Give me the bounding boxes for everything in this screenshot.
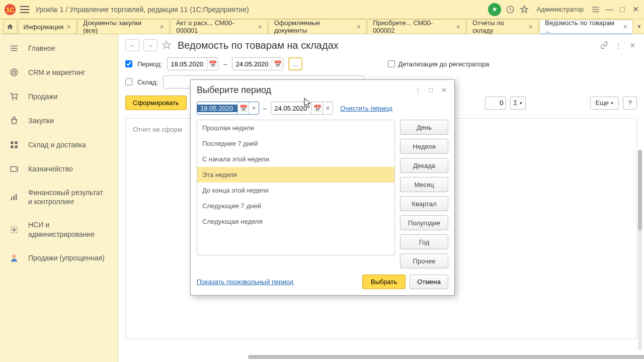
period-item[interactable]: С начала этой недели [197,151,394,167]
sigma-button[interactable]: Σ ▾ [510,97,526,110]
form-button[interactable]: Сформировать [125,96,187,110]
vertical-scrollbar[interactable] [638,150,642,350]
period-label: Период: [137,60,162,68]
modal-maximize-icon[interactable]: □ [426,86,435,95]
period-item[interactable]: До конца этой недели [197,183,394,198]
horizontal-scrollbar[interactable] [248,355,632,359]
period-picker-button[interactable]: ... [288,57,302,70]
sklad-label: Склад: [137,78,158,86]
modal-title: Выберите период [197,85,409,96]
period-to-input[interactable]: 📅 [232,57,283,70]
period-item[interactable]: Последние 7 дней [197,136,394,151]
sidebar-item[interactable]: НСИ и администрирование [0,213,118,245]
period-item[interactable]: Прошлая неделя [197,120,394,136]
sklad-checkbox[interactable] [125,78,132,85]
clear-icon[interactable]: ✕ [323,102,333,114]
select-button[interactable]: Выбрать [362,275,406,289]
tab[interactable]: Оформляемые документы✕ [269,19,366,34]
calendar-icon[interactable]: 📅 [272,58,283,70]
tab[interactable]: Приобрете... СМ00-000002✕ [367,19,466,34]
sidebar-item[interactable]: Склад и доставка [0,133,118,157]
tab-close-icon[interactable]: ✕ [356,24,361,30]
minimize-button[interactable]: — [605,5,614,14]
dash: – [263,105,267,112]
sidebar-item[interactable]: CRM и маркетинг [0,60,118,84]
tab-close-icon[interactable]: ✕ [528,24,533,30]
tab[interactable]: Информация✕ [18,19,77,34]
nav-forward-button[interactable]: → [143,39,157,51]
history-icon[interactable] [505,5,515,15]
tab[interactable]: Ведомость по товарам ...✕ [539,20,633,34]
modal-to-field[interactable] [271,105,311,112]
period-to-field[interactable] [232,60,272,68]
calendar-icon[interactable]: 📅 [207,58,218,70]
sidebar-item[interactable]: Казначейство [0,157,118,181]
tab[interactable]: Отчеты по складу✕ [467,19,538,34]
period-item[interactable]: Следующие 7 дней [197,198,394,214]
svg-point-4 [13,71,16,74]
period-from-field[interactable] [168,60,207,68]
tab-close-icon[interactable]: ✕ [258,24,262,30]
star-icon[interactable] [519,5,529,15]
sidebar-item-label: CRM и маркетинг [28,68,109,77]
arbitrary-period-link[interactable]: Показать произвольный период [197,278,293,286]
hamburger-icon[interactable] [20,6,29,13]
tab-close-icon[interactable]: ✕ [456,24,460,30]
modal-more-icon[interactable]: ⋮ [413,86,422,95]
maximize-button[interactable]: □ [618,5,627,14]
chart-icon [9,192,19,202]
home-button[interactable] [3,19,17,34]
sidebar-item[interactable]: Продажи (упрощенная) [0,246,118,270]
basket-icon [9,116,19,126]
period-from-input[interactable]: 📅 [167,57,218,70]
tabs-overflow-icon[interactable]: ▾ [634,19,644,34]
dash: – [223,60,227,68]
period-range-button[interactable]: Квартал [400,196,448,211]
period-checkbox[interactable] [125,60,132,67]
help-button[interactable]: ? [623,97,637,110]
period-range-button[interactable]: Прочее [400,253,448,268]
sidebar-item[interactable]: Закупки [0,109,118,133]
page-close-icon[interactable]: ✕ [628,41,637,50]
detail-checkbox[interactable] [388,60,395,67]
notification-icon[interactable] [488,3,501,16]
period-range-button[interactable]: Год [400,234,448,249]
settings-lines-icon[interactable] [591,5,601,15]
calendar-icon[interactable]: 📅 [311,102,323,114]
num-input[interactable] [485,97,506,110]
favorite-icon[interactable] [162,40,172,50]
modal-close-icon[interactable]: ✕ [439,86,448,95]
tab[interactable]: Документы закупки (все)✕ [77,19,170,34]
period-modal: Выберите период ⋮ □ ✕ 📅 ✕ – 📅 ✕ Очистить… [190,79,455,296]
tab-close-icon[interactable]: ✕ [623,24,627,30]
sidebar-item[interactable]: Продажи [0,84,118,109]
cancel-button[interactable]: Отмена [410,275,448,289]
app-logo: 1С [4,4,16,16]
period-range-button[interactable]: Неделя [400,139,448,154]
close-button[interactable]: ✕ [631,5,640,14]
sidebar-item[interactable]: Главное [0,36,118,60]
period-range-button[interactable]: Месяц [400,177,448,192]
menu-icon [9,43,19,53]
svg-rect-11 [14,196,15,200]
report-placeholder: Отчет не сформ [133,126,182,133]
clear-icon[interactable]: ✕ [249,102,259,114]
link-icon[interactable] [600,41,609,50]
nav-back-button[interactable]: ← [125,39,139,51]
sidebar-item[interactable]: Финансовый результат и контроллинг [0,181,118,213]
period-item[interactable]: Следующая неделя [197,214,394,229]
more-icon[interactable]: ⋮ [614,41,623,50]
period-range-button[interactable]: День [400,120,448,135]
calendar-icon[interactable]: 📅 [237,102,249,114]
period-item[interactable]: Эта неделя [197,167,394,183]
clear-period-link[interactable]: Очистить период [340,105,392,112]
modal-from-field[interactable] [197,105,237,112]
modal-from-input[interactable]: 📅 ✕ [197,102,259,115]
tab-close-icon[interactable]: ✕ [159,24,164,30]
tab[interactable]: Акт о расх... СМ00-000001✕ [171,19,268,34]
period-range-button[interactable]: Декада [400,158,448,173]
period-range-button[interactable]: Полугодие [400,215,448,230]
more-button[interactable]: Еще ▾ [590,97,619,110]
modal-to-input[interactable]: 📅 ✕ [271,102,333,115]
tab-close-icon[interactable]: ✕ [66,24,71,30]
